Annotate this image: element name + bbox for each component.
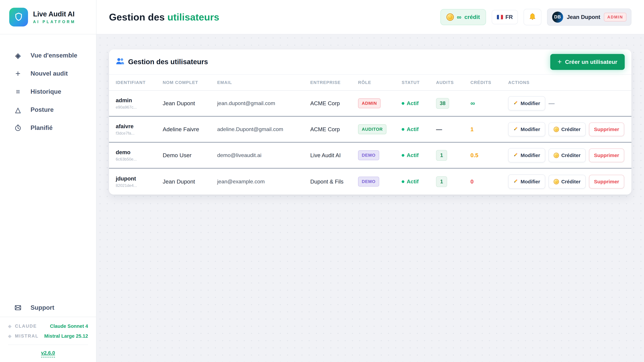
- page-title: Gestion des utilisateurs: [109, 11, 219, 23]
- sidebar-item-support[interactable]: Support: [0, 299, 96, 317]
- triangle-icon: △: [13, 106, 23, 114]
- username: jdupont: [116, 175, 163, 182]
- app-root: Live Audit AI AI PLATFORM ◈ Vue d'ensemb…: [0, 0, 644, 362]
- column-header: AUDITS: [436, 80, 470, 85]
- sidebar-item-label: Historique: [30, 88, 61, 95]
- delete-button[interactable]: Supprimer: [589, 148, 624, 162]
- cell-username: admin e90a967c...: [116, 97, 163, 110]
- user-id: 82021de4...: [116, 183, 163, 188]
- cell-actions: Modifier Créditer Supprimer: [508, 122, 625, 136]
- edit-label: Modifier: [520, 126, 540, 132]
- sidebar-item-overview[interactable]: ◈ Vue d'ensemble: [0, 46, 96, 64]
- edit-button[interactable]: Modifier: [508, 174, 545, 189]
- sidebar-nav: ◈ Vue d'ensemble + Nouvel audit ≡ Histor…: [0, 34, 96, 137]
- delete-button[interactable]: Supprimer: [589, 122, 624, 136]
- user-role-badge: ADMIN: [604, 13, 626, 21]
- status-label: Actif: [407, 100, 418, 106]
- role-badge: AUDITOR: [358, 124, 386, 134]
- cell-company: Dupont & Fils: [310, 178, 358, 185]
- audits-count: 1: [436, 150, 447, 161]
- coin-icon: [554, 127, 559, 132]
- sidebar: Live Audit AI AI PLATFORM ◈ Vue d'ensemb…: [0, 0, 96, 362]
- status-dot-icon: [402, 180, 404, 183]
- cell-email: adeline.Dupont@gmail.com: [217, 126, 310, 132]
- sidebar-item-posture[interactable]: △ Posture: [0, 101, 96, 119]
- cell-company: Live Audit AI: [310, 152, 358, 159]
- language-button[interactable]: FR: [492, 10, 518, 24]
- user-menu[interactable]: DB Jean Dupont ADMIN: [547, 8, 632, 26]
- create-user-button[interactable]: + Créer un utilisateur: [550, 54, 625, 70]
- cell-email: demo@liveaudit.ai: [217, 152, 310, 158]
- version-link[interactable]: v2.6.0: [41, 350, 55, 358]
- status-badge: Actif: [402, 152, 436, 158]
- sidebar-item-scheduled[interactable]: Planifié: [0, 119, 96, 137]
- sidebar-item-label: Posture: [30, 106, 54, 113]
- brand-subtitle: AI PLATFORM: [33, 19, 76, 24]
- audits-count: 38: [436, 98, 449, 109]
- users-icon: [116, 57, 124, 66]
- content-area: Gestion des utilisateurs + Créer un util…: [96, 34, 644, 362]
- model-row-claude: ◈ CLAUDE Claude Sonnet 4: [8, 324, 88, 329]
- app-logo: [9, 8, 28, 26]
- cell-role: ADMIN: [358, 98, 402, 108]
- edit-label: Modifier: [520, 152, 540, 158]
- user-name: Jean Dupont: [567, 14, 600, 20]
- cell-credits: 1: [470, 126, 508, 133]
- sidebar-spacer: [0, 137, 96, 299]
- cell-audits: 38: [436, 98, 470, 109]
- credit-label: crédit: [464, 14, 480, 20]
- clock-icon: [13, 124, 23, 132]
- status-badge: Actif: [402, 100, 436, 106]
- delete-label: Supprimer: [594, 179, 619, 185]
- status-dot-icon: [402, 154, 404, 157]
- credit-button[interactable]: Créditer: [548, 122, 586, 136]
- page-title-prefix: Gestion des: [109, 11, 165, 22]
- credit-label: Créditer: [561, 152, 580, 158]
- table-row: jdupont 82021de4... Jean Dupont jean@exa…: [109, 169, 632, 195]
- brand-name: Live Audit AI: [33, 10, 76, 18]
- coin-icon: [554, 179, 559, 184]
- avatar: DB: [552, 11, 563, 23]
- delete-button[interactable]: Supprimer: [589, 175, 624, 189]
- version-area: v2.6.0: [8, 345, 88, 362]
- model-name: Mistral Large 25.12: [44, 333, 88, 339]
- model-name: Claude Sonnet 4: [50, 324, 88, 329]
- sidebar-item-history[interactable]: ≡ Historique: [0, 83, 96, 101]
- edit-button[interactable]: Modifier: [508, 148, 545, 162]
- column-header: IDENTIFIANT: [116, 80, 163, 85]
- role-badge: DEMO: [358, 150, 379, 160]
- delete-label: Supprimer: [594, 152, 619, 158]
- sidebar-item-label: Nouvel audit: [30, 70, 68, 77]
- user-id: 6c63b50e...: [116, 157, 163, 162]
- sidebar-item-label: Support: [30, 304, 54, 311]
- edit-button[interactable]: Modifier: [508, 96, 545, 110]
- cell-credits: ∞: [470, 100, 508, 107]
- cell-credits: 0.5: [470, 152, 508, 159]
- status-badge: Actif: [402, 178, 436, 185]
- diamond-icon: ◈: [8, 324, 12, 329]
- edit-button[interactable]: Modifier: [508, 122, 545, 136]
- credit-label: Créditer: [561, 179, 580, 185]
- credit-button[interactable]: Créditer: [548, 175, 586, 189]
- column-header: CRÉDITS: [470, 80, 508, 85]
- role-badge: DEMO: [358, 177, 379, 187]
- brand-text: Live Audit AI AI PLATFORM: [33, 10, 76, 24]
- cell-username: jdupont 82021de4...: [116, 175, 163, 188]
- french-flag-icon: [497, 15, 503, 19]
- edit-label: Modifier: [520, 179, 540, 185]
- shield-icon: [14, 12, 24, 22]
- cell-username: demo 6c63b50e...: [116, 149, 163, 162]
- status-dot-icon: [402, 102, 404, 105]
- topbar: Gestion des utilisateurs ∞ crédit FR: [96, 0, 644, 34]
- plus-icon: +: [558, 59, 562, 65]
- column-header: NOM COMPLET: [163, 80, 217, 85]
- credit-button[interactable]: Créditer: [548, 148, 586, 162]
- credit-badge[interactable]: ∞ crédit: [440, 9, 486, 25]
- pencil-icon: [513, 100, 518, 106]
- topbar-right: ∞ crédit FR DB Jean Dupont ADMIN: [440, 8, 632, 26]
- sidebar-item-new-audit[interactable]: + Nouvel audit: [0, 64, 96, 83]
- cell-company: ACME Corp: [310, 126, 358, 133]
- cell-credits: 0: [470, 178, 508, 185]
- notifications-button[interactable]: [524, 9, 541, 25]
- username: demo: [116, 149, 163, 156]
